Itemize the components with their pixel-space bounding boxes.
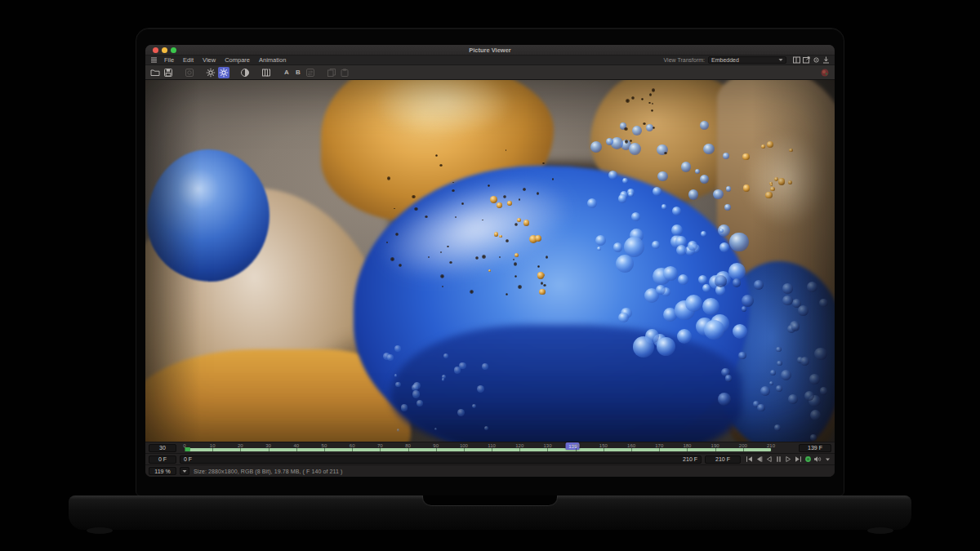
current-frame-field[interactable]: 139 F bbox=[799, 444, 831, 452]
tick-notch bbox=[715, 448, 716, 451]
chevron-down-icon bbox=[778, 57, 783, 63]
display-gear-icon[interactable] bbox=[218, 67, 229, 78]
navigator-icon bbox=[184, 67, 195, 78]
button-b[interactable]: B bbox=[293, 67, 303, 78]
loop-icon[interactable] bbox=[804, 455, 812, 464]
main-menu-icon[interactable] bbox=[150, 56, 158, 64]
close-button[interactable] bbox=[153, 47, 158, 53]
pause-icon[interactable] bbox=[774, 455, 782, 464]
contrast-icon[interactable] bbox=[239, 67, 251, 78]
minimize-button[interactable] bbox=[162, 47, 167, 53]
fps-field[interactable]: 30 bbox=[149, 444, 176, 452]
range-start-label: 0 F bbox=[184, 456, 192, 462]
tick-notch bbox=[771, 448, 772, 451]
menu-item-view[interactable]: View bbox=[203, 56, 216, 64]
menu-item-compare[interactable]: Compare bbox=[225, 56, 250, 64]
snapshot-icon[interactable] bbox=[813, 56, 820, 64]
lid-notch bbox=[423, 495, 557, 505]
menubar: FileEditViewCompareAnimation View Transf… bbox=[145, 56, 835, 65]
split-view-icon[interactable] bbox=[793, 56, 800, 64]
range-end-label: 210 F bbox=[683, 456, 697, 462]
view-transform-select[interactable]: Embedded bbox=[708, 56, 786, 64]
tick-notch bbox=[296, 448, 297, 451]
tick-notch bbox=[352, 448, 353, 451]
preview-range-bar[interactable] bbox=[185, 448, 771, 451]
tick-notch bbox=[492, 448, 492, 451]
view-transform-label: View Transform: bbox=[664, 57, 705, 63]
zoom-level-field[interactable]: 119 % bbox=[149, 467, 176, 475]
tick-notch bbox=[687, 448, 688, 451]
timeline-ruler[interactable]: 139 010203040506070809010011012013014015… bbox=[180, 442, 795, 453]
menu-item-file[interactable]: File bbox=[164, 56, 174, 64]
play-reverse-icon[interactable] bbox=[764, 455, 773, 464]
settings-gear-icon[interactable] bbox=[205, 67, 216, 78]
tick-notch bbox=[212, 448, 213, 451]
tick-notch bbox=[631, 448, 632, 451]
timeline-panel: 30 139 010203040506070809010011012013014… bbox=[145, 442, 835, 477]
audio-icon[interactable] bbox=[813, 455, 822, 464]
tick-notch bbox=[604, 448, 604, 451]
tick-notch bbox=[240, 448, 241, 451]
tick-notch bbox=[576, 448, 577, 451]
image-info-status: Size: 2880x1800, RGB (8 Bit), 19.78 MB, … bbox=[194, 469, 343, 474]
open-folder-icon[interactable] bbox=[149, 67, 161, 78]
detach-window-icon[interactable] bbox=[803, 56, 810, 64]
render-viewport[interactable] bbox=[145, 80, 835, 442]
art-vignette bbox=[145, 80, 835, 442]
laptop-foot-right bbox=[867, 527, 893, 534]
range-field[interactable]: 0 F 210 F bbox=[180, 455, 702, 464]
copy-image-icon bbox=[326, 67, 337, 78]
transport-controls bbox=[745, 455, 831, 464]
goto-start-icon[interactable] bbox=[745, 455, 753, 464]
tick-notch bbox=[464, 448, 465, 451]
tick-notch bbox=[380, 448, 381, 451]
button-a[interactable]: A bbox=[282, 67, 292, 78]
menu-items: FileEditViewCompareAnimation bbox=[164, 56, 295, 64]
tick-notch bbox=[547, 448, 548, 451]
tick-notch bbox=[324, 448, 325, 451]
tick-notch bbox=[659, 448, 660, 451]
window-title: Picture Viewer bbox=[145, 47, 835, 54]
tick-notch bbox=[743, 448, 744, 451]
end-frame-field[interactable]: 210 F bbox=[705, 455, 741, 464]
scene-background: Picture Viewer FileEditViewCompareAnimat… bbox=[0, 0, 980, 551]
tick-notch bbox=[436, 448, 437, 451]
laptop-foot-left bbox=[87, 527, 113, 534]
color-profile-icon[interactable] bbox=[819, 67, 831, 78]
macbook-base bbox=[69, 495, 911, 530]
swap-ab-icon bbox=[305, 67, 316, 78]
tick-notch bbox=[185, 448, 185, 451]
compare-pages-icon[interactable] bbox=[261, 67, 272, 78]
more-icon[interactable] bbox=[823, 455, 831, 464]
play-forward-icon[interactable] bbox=[784, 455, 792, 464]
view-transform-value: Embedded bbox=[711, 57, 739, 63]
toolbar: AB bbox=[145, 65, 835, 80]
dock-icon[interactable] bbox=[822, 56, 830, 64]
step-back-icon[interactable] bbox=[755, 455, 763, 464]
zoom-dropdown-button[interactable] bbox=[180, 467, 189, 475]
save-icon[interactable] bbox=[163, 67, 174, 78]
picture-viewer-window: Picture Viewer FileEditViewCompareAnimat… bbox=[145, 45, 835, 477]
menu-item-edit[interactable]: Edit bbox=[183, 56, 194, 64]
tick-notch bbox=[269, 448, 270, 451]
traffic-lights bbox=[153, 47, 176, 53]
titlebar: Picture Viewer bbox=[145, 45, 835, 56]
tick-notch bbox=[408, 448, 409, 451]
goto-end-icon[interactable] bbox=[794, 455, 802, 464]
paste-image-icon bbox=[339, 67, 350, 78]
tick-notch bbox=[519, 448, 520, 451]
zoom-button[interactable] bbox=[171, 47, 176, 53]
start-frame-field[interactable]: 0 F bbox=[149, 455, 176, 464]
menu-item-animation[interactable]: Animation bbox=[259, 56, 286, 64]
